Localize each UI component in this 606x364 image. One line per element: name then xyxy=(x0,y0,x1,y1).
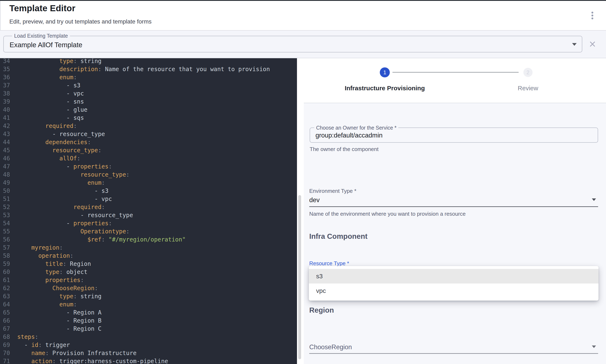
step-2-label: Review xyxy=(507,85,549,92)
line-number: 69 xyxy=(0,341,10,349)
code-line: 40 - glue xyxy=(0,106,297,114)
code-text: title: Region xyxy=(17,260,91,268)
line-number: 40 xyxy=(0,106,10,114)
line-number: 52 xyxy=(0,203,10,211)
code-text: - Region B xyxy=(17,317,102,325)
code-line: 49 enum: xyxy=(0,179,297,187)
code-text: required: xyxy=(17,203,105,211)
owner-value: group:default/accadmin xyxy=(316,132,382,139)
code-text: $ref: "#/myregion/operation" xyxy=(17,235,186,244)
editor-scrollbar-thumb[interactable] xyxy=(298,195,301,359)
line-number: 49 xyxy=(0,179,10,187)
yaml-code-editor[interactable]: 34 type: string35 description: Name of t… xyxy=(0,58,297,364)
code-line: 59 title: Region xyxy=(0,260,297,268)
resource-type-menu: s3vpc xyxy=(309,266,598,300)
dropdown-arrow-icon[interactable] xyxy=(592,198,596,201)
code-text: action: trigger:harness-custom-pipeline xyxy=(17,357,168,364)
line-number: 37 xyxy=(0,81,10,90)
code-line: 71 action: trigger:harness-custom-pipeli… xyxy=(0,357,297,364)
code-text: ChooseRegion: xyxy=(17,284,98,292)
code-line: 68steps: xyxy=(0,333,297,341)
line-number: 48 xyxy=(0,170,10,179)
code-line: 41 - sqs xyxy=(0,114,297,122)
line-number: 59 xyxy=(0,260,10,268)
menu-option-s3[interactable]: s3 xyxy=(309,269,598,284)
line-number: 50 xyxy=(0,187,10,195)
line-number: 68 xyxy=(0,333,10,341)
code-line: 52 required: xyxy=(0,203,297,211)
code-text: - resource_type xyxy=(17,130,105,138)
page-subtitle: Edit, preview, and try out templates and… xyxy=(9,18,152,25)
environment-select[interactable]: dev xyxy=(309,196,320,204)
clear-template-button close-icon[interactable] xyxy=(589,40,596,48)
infra-component-heading: Infra Component xyxy=(309,232,368,240)
line-number: 66 xyxy=(0,317,10,325)
code-line: 51 - vpc xyxy=(0,195,297,203)
code-text: resource_type: xyxy=(17,170,130,179)
line-number: 46 xyxy=(0,154,10,162)
menu-option-vpc[interactable]: vpc xyxy=(309,284,598,298)
environment-underline xyxy=(309,206,598,207)
line-number: 60 xyxy=(0,268,10,276)
code-line: 57 myregion: xyxy=(0,244,297,252)
code-line: 39 - sns xyxy=(0,98,297,106)
choose-region-select[interactable]: ChooseRegion xyxy=(309,343,352,351)
code-text: enum: xyxy=(17,179,105,187)
more-options-button[interactable] xyxy=(588,9,597,22)
code-line: 45 resource_type: xyxy=(0,146,297,154)
code-text: - glue xyxy=(17,106,87,114)
code-line: 46 allOf: xyxy=(0,154,297,162)
line-number: 65 xyxy=(0,309,10,317)
dropdown-arrow-icon[interactable] xyxy=(592,346,596,348)
choose-region-underline xyxy=(309,353,598,354)
code-line: 44 dependencies: xyxy=(0,138,297,146)
line-number: 34 xyxy=(0,58,10,65)
line-number: 36 xyxy=(0,73,10,81)
template-editor-page: Template Editor Edit, preview, and try o… xyxy=(0,0,606,364)
region-heading: Region xyxy=(309,306,334,314)
code-text: allOf: xyxy=(17,154,80,162)
code-line: 60 type: object xyxy=(0,268,297,276)
code-line: 61 properties: xyxy=(0,276,297,284)
owner-label: Choose an Owner for the Service * xyxy=(314,125,398,131)
code-line: 35 description: Name of the resource tha… xyxy=(0,65,297,73)
code-line: 62 ChooseRegion: xyxy=(0,284,297,292)
code-text: - id: trigger xyxy=(17,341,70,349)
code-line: 58 operation: xyxy=(0,252,297,260)
line-number: 64 xyxy=(0,300,10,309)
code-line: 42 required: xyxy=(0,122,297,130)
code-line: 67 - Region C xyxy=(0,325,297,333)
code-text: properties: xyxy=(17,276,84,284)
line-number: 51 xyxy=(0,195,10,203)
code-text: Operationtype: xyxy=(17,227,130,235)
line-number: 67 xyxy=(0,325,10,333)
line-number: 56 xyxy=(0,235,10,244)
page-title: Template Editor xyxy=(9,3,75,13)
kebab-icon xyxy=(592,17,593,19)
code-text: dependencies: xyxy=(17,138,91,146)
dropdown-arrow-icon[interactable] xyxy=(572,43,577,46)
line-number: 42 xyxy=(0,122,10,130)
line-number: 71 xyxy=(0,357,10,364)
line-number: 70 xyxy=(0,349,10,357)
code-text: - Region C xyxy=(17,325,102,333)
code-text: steps: xyxy=(17,333,38,341)
code-text: - vpc xyxy=(17,90,84,98)
stepper-connector xyxy=(393,72,519,73)
code-line: 36 enum: xyxy=(0,73,297,81)
code-text: type: object xyxy=(17,268,87,276)
owner-helper-text: The owner of the component xyxy=(310,146,379,153)
code-text: name: Provision Infrastructure xyxy=(17,349,136,357)
load-template-value: Example AllOf Template xyxy=(10,41,82,49)
line-number: 39 xyxy=(0,98,10,106)
code-line: 34 type: string xyxy=(0,58,297,65)
code-line: 47 - properties: xyxy=(0,162,297,170)
code-line: 64 enum: xyxy=(0,300,297,309)
load-template-combobox[interactable] xyxy=(3,36,582,52)
step-1-label: Infrastructure Provisioning xyxy=(344,85,425,92)
code-text: - vpc xyxy=(17,195,112,203)
code-line: 38 - vpc xyxy=(0,90,297,98)
code-text: required: xyxy=(17,122,77,130)
code-line: 48 resource_type: xyxy=(0,170,297,179)
code-text: - s3 xyxy=(17,187,108,195)
